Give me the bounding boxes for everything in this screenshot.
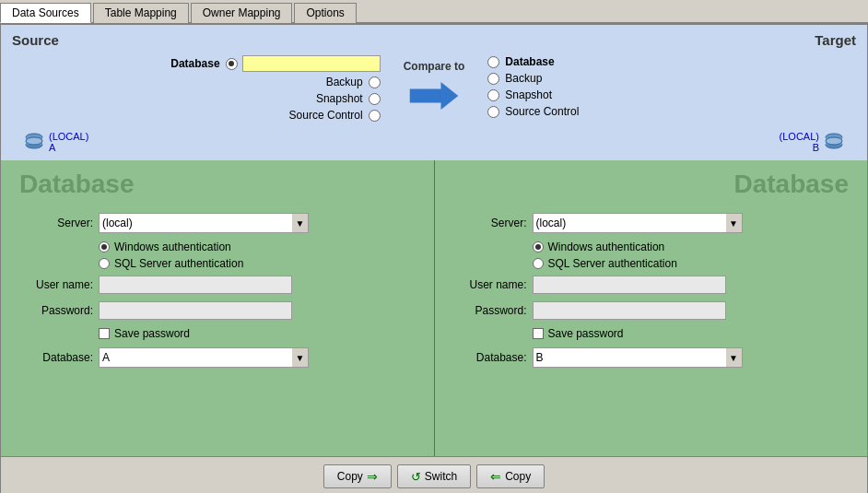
source-sql-auth-label: SQL Server authentication (114, 257, 243, 270)
source-panel-title: Database (19, 170, 416, 199)
target-windows-auth-item[interactable]: Windows authentication (533, 241, 850, 253)
source-backup-label: Backup (266, 76, 363, 88)
source-sourcecontrol-row: Source Control (266, 109, 381, 122)
target-sourcecontrol-label: Source Control (505, 105, 579, 118)
source-label: Source (12, 32, 59, 48)
target-save-password-checkbox[interactable] (533, 328, 544, 339)
copy-right-arrow-icon: ⇒ (367, 469, 378, 484)
target-database-radio[interactable] (487, 56, 499, 68)
bottom-section: Database Server: ▼ Windows authenticatio… (1, 160, 867, 456)
target-panel-options: Database Backup Snapshot Source Control (478, 55, 856, 122)
svg-point-5 (26, 137, 42, 145)
target-backup-radio[interactable] (487, 73, 499, 85)
target-database-form-input[interactable] (533, 347, 726, 368)
target-snapshot-label: Snapshot (505, 88, 552, 101)
target-panel-title: Database (453, 170, 850, 199)
switch-button[interactable]: ↺ Switch (397, 464, 471, 488)
source-save-password-label: Save password (114, 327, 190, 340)
target-db-panel: Database Server: ▼ Windows authenticatio… (435, 160, 868, 456)
target-sql-auth-label: SQL Server authentication (548, 257, 677, 270)
copy-left-arrow-icon: ⇐ (490, 469, 501, 484)
source-backup-radio[interactable] (369, 76, 381, 88)
source-windows-auth-item[interactable]: Windows authentication (99, 241, 416, 253)
source-save-password-row: Save password (99, 327, 416, 340)
source-password-input[interactable] (99, 301, 292, 320)
target-snapshot-radio[interactable] (487, 89, 499, 101)
svg-marker-0 (410, 82, 459, 110)
switch-icon: ↺ (411, 470, 421, 484)
source-database-form-input[interactable] (99, 347, 292, 368)
target-windows-auth-radio[interactable] (533, 241, 544, 252)
target-database-form-label: Database: (453, 351, 527, 364)
target-windows-auth-label: Windows authentication (548, 241, 665, 253)
source-username-row: User name: (19, 276, 416, 294)
target-server-label: Server: (453, 217, 527, 229)
target-password-input[interactable] (533, 301, 726, 320)
source-db-letter: A (49, 142, 88, 153)
target-label: Target (815, 32, 856, 48)
target-database-label: Database (505, 55, 554, 68)
source-database-input-wrapper: ▼ (99, 347, 309, 368)
target-sql-auth-radio[interactable] (533, 258, 544, 269)
svg-point-10 (826, 137, 842, 145)
source-windows-auth-radio[interactable] (99, 241, 110, 252)
target-username-input[interactable] (533, 276, 726, 294)
target-db-letter: B (780, 142, 819, 153)
target-db-local-label: (LOCAL) (780, 131, 819, 142)
source-sql-auth-radio[interactable] (99, 258, 110, 269)
target-database-dropdown-btn[interactable]: ▼ (726, 347, 743, 368)
source-db-panel: Database Server: ▼ Windows authenticatio… (1, 160, 435, 456)
source-save-password-checkbox[interactable] (99, 328, 110, 339)
target-db-icon-group: (LOCAL) B (780, 131, 845, 153)
source-username-input[interactable] (99, 276, 292, 294)
source-database-dropdown-btn[interactable]: ▼ (292, 347, 309, 368)
source-database-form-row: Database: ▼ (19, 347, 416, 368)
source-snapshot-row: Snapshot (266, 92, 381, 105)
source-server-input-wrapper: ▼ (99, 213, 309, 233)
target-sourcecontrol-radio[interactable] (487, 106, 499, 118)
target-database-input-wrapper: ▼ (533, 347, 743, 368)
source-server-dropdown-btn[interactable]: ▼ (292, 213, 309, 233)
tab-options[interactable]: Options (294, 3, 356, 23)
source-panel-options: Database Backup Snapshot Source Control (12, 55, 390, 125)
target-server-input[interactable] (533, 213, 726, 233)
tab-bar: Data Sources Table Mapping Owner Mapping… (0, 0, 868, 24)
db-icon-row: (LOCAL) A (LOCAL) B (12, 131, 856, 153)
tab-owner-mapping[interactable]: Owner Mapping (191, 3, 293, 23)
source-database-input[interactable] (242, 55, 381, 72)
target-sourcecontrol-row: Source Control (487, 105, 579, 118)
source-username-label: User name: (19, 278, 93, 291)
source-database-radio[interactable] (226, 58, 238, 70)
source-snapshot-label: Snapshot (266, 92, 363, 105)
source-snapshot-radio[interactable] (369, 93, 381, 105)
panels-row: Database Backup Snapshot Source Control (12, 55, 856, 125)
source-backup-row: Backup (266, 76, 381, 88)
source-password-row: Password: (19, 301, 416, 320)
source-database-row: Database (123, 55, 381, 72)
tab-table-mapping[interactable]: Table Mapping (93, 3, 189, 23)
compare-to-label: Compare to (404, 60, 465, 73)
source-server-label: Server: (19, 217, 93, 229)
target-password-row: Password: (453, 301, 850, 320)
target-server-dropdown-btn[interactable]: ▼ (726, 213, 743, 233)
source-windows-auth-label: Windows authentication (114, 241, 231, 253)
target-db-icon (823, 131, 845, 153)
source-database-label: Database (123, 57, 220, 70)
target-sql-auth-item[interactable]: SQL Server authentication (533, 257, 850, 270)
source-server-input[interactable] (99, 213, 292, 233)
top-panel: Source Target Database Backup Snapshot (1, 25, 867, 160)
source-password-label: Password: (19, 304, 93, 317)
copy-left-button[interactable]: Copy ⇒ (323, 464, 392, 488)
source-sourcecontrol-radio[interactable] (369, 110, 381, 122)
target-database-form-row: Database: ▼ (453, 347, 850, 368)
tab-data-sources[interactable]: Data Sources (0, 3, 91, 23)
target-auth-group: Windows authentication SQL Server authen… (533, 241, 850, 270)
copy-right-button[interactable]: ⇐ Copy (476, 464, 545, 488)
source-db-local-label: (LOCAL) (49, 131, 88, 142)
main-content: Source Target Database Backup Snapshot (0, 24, 868, 493)
target-snapshot-row: Snapshot (487, 88, 552, 101)
source-sql-auth-item[interactable]: SQL Server authentication (99, 257, 416, 270)
source-database-form-label: Database: (19, 351, 93, 364)
target-save-password-row: Save password (533, 327, 850, 340)
target-server-input-wrapper: ▼ (533, 213, 743, 233)
